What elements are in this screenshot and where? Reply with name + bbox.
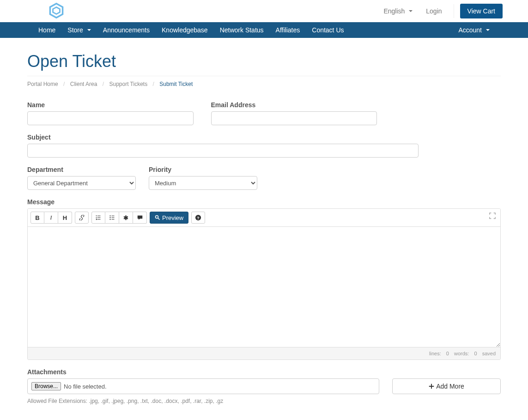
- heading-icon: H: [63, 214, 67, 221]
- svg-text:?: ?: [197, 216, 200, 220]
- file-extensions-help: Allowed File Extensions: .jpg, .gif, .jp…: [27, 398, 501, 404]
- top-right-controls: English Login View Cart: [378, 4, 503, 18]
- unordered-list-button[interactable]: [105, 212, 119, 224]
- quote-button[interactable]: [133, 212, 147, 224]
- page-title: Open Ticket: [27, 52, 501, 71]
- login-link[interactable]: Login: [420, 4, 447, 18]
- breadcrumb-separator: /: [103, 81, 104, 87]
- editor-status-bar: lines: 0 words: 0 saved: [28, 347, 500, 359]
- breadcrumb-client-area[interactable]: Client Area: [70, 81, 97, 87]
- subject-input[interactable]: [27, 144, 419, 158]
- add-more-label: Add More: [436, 383, 464, 390]
- nav-announcements[interactable]: Announcements: [97, 22, 156, 38]
- nav-account-label: Account: [458, 26, 482, 34]
- department-label: Department: [27, 166, 136, 173]
- nav-left: Home Store Announcements Knowledgebase N…: [32, 22, 350, 38]
- ordered-list-button[interactable]: [91, 212, 105, 224]
- nav-home[interactable]: Home: [32, 22, 61, 38]
- nav-contact[interactable]: Contact Us: [306, 22, 350, 38]
- link-button[interactable]: [75, 212, 89, 224]
- email-input[interactable]: [211, 111, 377, 125]
- asterisk-icon: ✱: [123, 214, 128, 221]
- message-label: Message: [27, 198, 501, 206]
- link-icon: [79, 215, 85, 220]
- saved-status: saved: [482, 351, 496, 356]
- nav-network-status[interactable]: Network Status: [214, 22, 270, 38]
- logo-icon: [49, 3, 64, 18]
- nav-account[interactable]: Account: [452, 22, 496, 38]
- bold-icon: B: [35, 214, 39, 221]
- subject-label: Subject: [27, 134, 419, 141]
- priority-label: Priority: [149, 166, 257, 173]
- message-textarea[interactable]: [28, 227, 500, 347]
- nav-right: Account: [452, 22, 496, 38]
- divider: [454, 4, 454, 18]
- file-status-text: No file selected.: [64, 383, 107, 390]
- ticket-form: Name Email Address Subject Department Ge…: [27, 101, 501, 420]
- italic-icon: I: [50, 214, 52, 221]
- breadcrumb-separator: /: [153, 81, 154, 87]
- words-label: words:: [454, 351, 469, 356]
- email-label: Email Address: [211, 101, 377, 109]
- language-selector[interactable]: English: [378, 4, 418, 18]
- nav-store[interactable]: Store: [61, 22, 97, 38]
- name-label: Name: [27, 101, 194, 109]
- unordered-list-icon: [109, 215, 115, 220]
- svg-point-2: [109, 215, 110, 216]
- nav-affiliates[interactable]: Affiliates: [270, 22, 306, 38]
- name-input[interactable]: [27, 111, 194, 125]
- language-label: English: [383, 7, 405, 15]
- view-cart-button[interactable]: View Cart: [460, 4, 503, 18]
- plus-icon: [429, 383, 434, 389]
- search-icon: [155, 215, 160, 220]
- nav-knowledgebase[interactable]: Knowledgebase: [156, 22, 214, 38]
- svg-point-5: [156, 216, 158, 219]
- lines-label: lines:: [429, 351, 441, 356]
- priority-select[interactable]: Medium: [149, 176, 257, 190]
- question-icon: ?: [195, 214, 201, 221]
- preview-label: Preview: [162, 214, 183, 221]
- ordered-list-icon: [96, 215, 101, 220]
- message-editor: B I H: [27, 208, 501, 360]
- caret-down-icon: [409, 10, 413, 12]
- svg-marker-1: [53, 7, 60, 14]
- breadcrumb-separator: /: [63, 81, 65, 87]
- add-more-button[interactable]: Add More: [392, 378, 501, 394]
- browse-button[interactable]: Browse...: [31, 382, 61, 390]
- caret-down-icon: [486, 29, 490, 31]
- help-button[interactable]: ?: [191, 212, 205, 224]
- expand-icon: [489, 213, 496, 219]
- top-bar: English Login View Cart: [0, 0, 528, 22]
- code-button[interactable]: ✱: [119, 212, 133, 224]
- caret-down-icon: [87, 29, 91, 31]
- breadcrumb-portal-home[interactable]: Portal Home: [27, 81, 58, 87]
- svg-point-3: [109, 217, 110, 218]
- comment-icon: [137, 215, 143, 220]
- italic-button[interactable]: I: [44, 212, 58, 224]
- svg-point-4: [109, 219, 110, 220]
- breadcrumb-current: Submit Ticket: [159, 81, 193, 87]
- fullscreen-button[interactable]: [489, 213, 496, 220]
- breadcrumb-support-tickets[interactable]: Support Tickets: [109, 81, 147, 87]
- bold-button[interactable]: B: [30, 212, 44, 224]
- main-nav: Home Store Announcements Knowledgebase N…: [0, 22, 528, 38]
- preview-button[interactable]: Preview: [150, 212, 188, 224]
- department-select[interactable]: General Department: [27, 176, 136, 190]
- heading-button[interactable]: H: [58, 212, 72, 224]
- nav-store-label: Store: [67, 26, 83, 34]
- breadcrumb: Portal Home / Client Area / Support Tick…: [27, 76, 501, 92]
- words-count: 0: [474, 351, 477, 356]
- svg-marker-0: [50, 3, 62, 18]
- logo[interactable]: [49, 3, 64, 20]
- editor-toolbar: B I H: [28, 209, 500, 227]
- file-input[interactable]: Browse... No file selected.: [27, 378, 379, 394]
- attachments-label: Attachments: [27, 368, 501, 376]
- lines-count: 0: [446, 351, 449, 356]
